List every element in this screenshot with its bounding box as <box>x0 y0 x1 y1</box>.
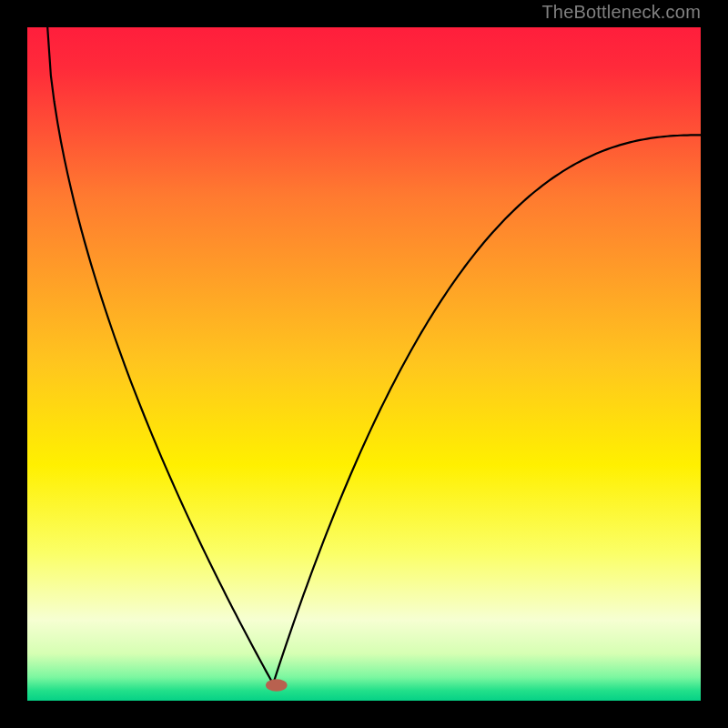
plot-area <box>27 27 701 701</box>
bottleneck-chart <box>27 27 701 701</box>
gradient-background <box>27 27 701 701</box>
optimal-point-marker <box>266 679 288 691</box>
watermark-text: TheBottleneck.com <box>541 2 701 23</box>
chart-frame: TheBottleneck.com <box>0 0 728 728</box>
